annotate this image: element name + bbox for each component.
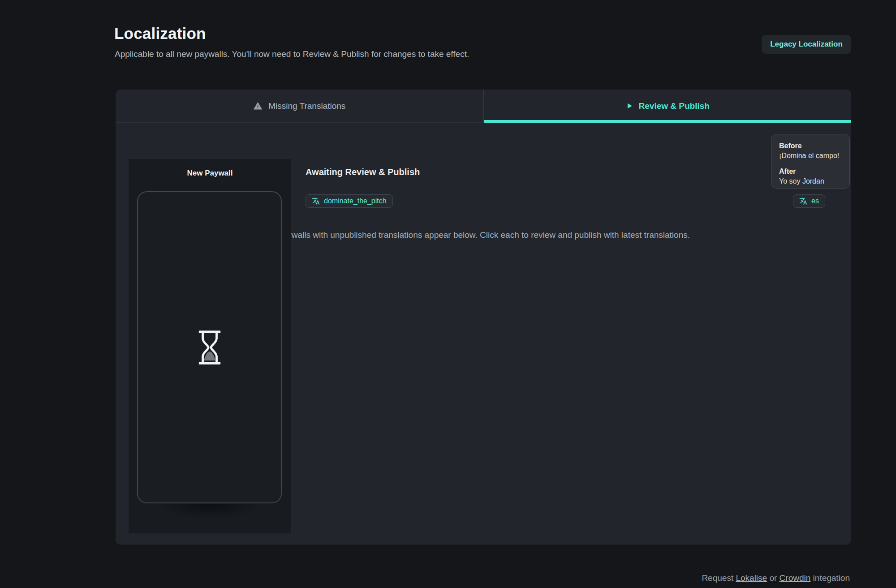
locale-chip[interactable]: es — [793, 194, 825, 208]
hourglass-icon — [197, 330, 223, 365]
locale-chip-label: es — [811, 197, 819, 205]
crowdin-link[interactable]: Crowdin — [780, 573, 811, 583]
lokalise-link[interactable]: Lokalise — [736, 573, 767, 583]
active-tab-indicator — [484, 120, 852, 123]
paywall-row: dominate_the_pitch es — [306, 194, 825, 208]
tab-missing-translations[interactable]: Missing Translations — [116, 90, 484, 122]
tab-review-publish[interactable]: Review & Publish — [484, 90, 852, 122]
footer-suffix: integation — [810, 573, 850, 583]
tooltip-after-label: After — [779, 167, 849, 176]
paywall-preview-panel: New Paywall — [129, 159, 291, 533]
row-divider — [300, 212, 844, 212]
awaiting-heading: Awaiting Review & Publish — [306, 167, 420, 177]
preview-frame-shadow — [139, 504, 280, 524]
legacy-localization-button[interactable]: Legacy Localization — [762, 35, 851, 54]
tooltip-before-value: ¡Domina el campo! — [779, 151, 849, 161]
page-title: Localization — [114, 25, 206, 43]
tab-review-label: Review & Publish — [639, 101, 710, 111]
localization-card: Missing Translations Review & Publish Pa… — [116, 90, 851, 545]
page-subtitle: Applicable to all new paywalls. You'll n… — [115, 49, 469, 59]
translation-preview-tooltip: Before ¡Domina el campo! After Yo soy Jo… — [771, 134, 850, 189]
tooltip-before-label: Before — [779, 141, 849, 151]
warning-icon — [253, 101, 263, 111]
footer-conjunction: or — [767, 573, 779, 583]
paywall-chip[interactable]: dominate_the_pitch — [306, 194, 393, 208]
tab-missing-label: Missing Translations — [268, 101, 345, 111]
paywall-preview-frame — [137, 191, 282, 503]
integration-footer: Request Lokalise or Crowdin integation — [702, 573, 850, 583]
translate-icon — [312, 197, 320, 205]
tab-bar: Missing Translations Review & Publish — [116, 90, 851, 123]
translate-icon — [799, 197, 807, 205]
play-icon — [625, 102, 633, 110]
tooltip-after-value: Yo soy Jordan — [779, 176, 849, 186]
footer-prefix: Request — [702, 573, 736, 583]
paywall-chip-label: dominate_the_pitch — [324, 197, 387, 205]
preview-panel-title: New Paywall — [129, 169, 291, 178]
localization-page: Localization Applicable to all new paywa… — [0, 0, 896, 588]
